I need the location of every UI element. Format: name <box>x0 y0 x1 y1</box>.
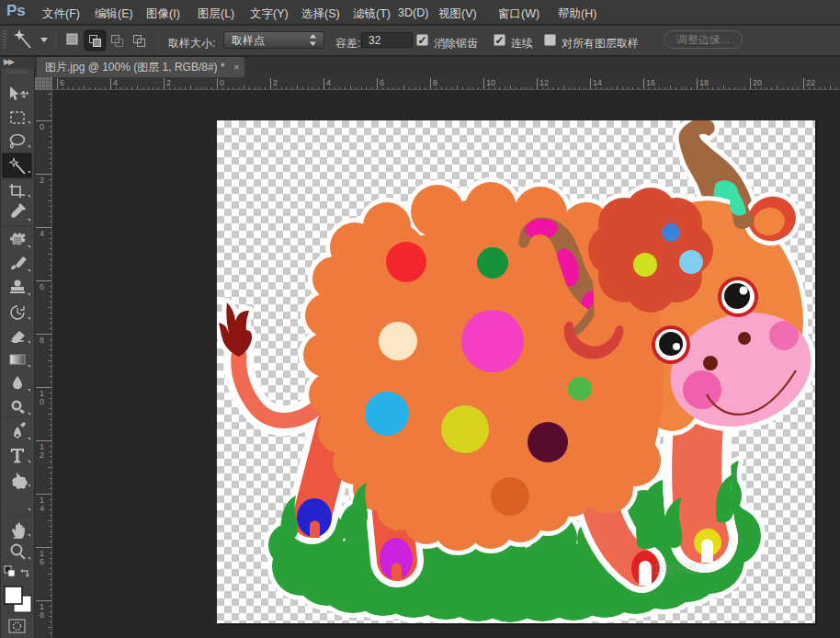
svg-text:红动中国: 红动中国 <box>649 562 697 575</box>
svg-text:redocn.com: redocn.com <box>759 571 812 582</box>
